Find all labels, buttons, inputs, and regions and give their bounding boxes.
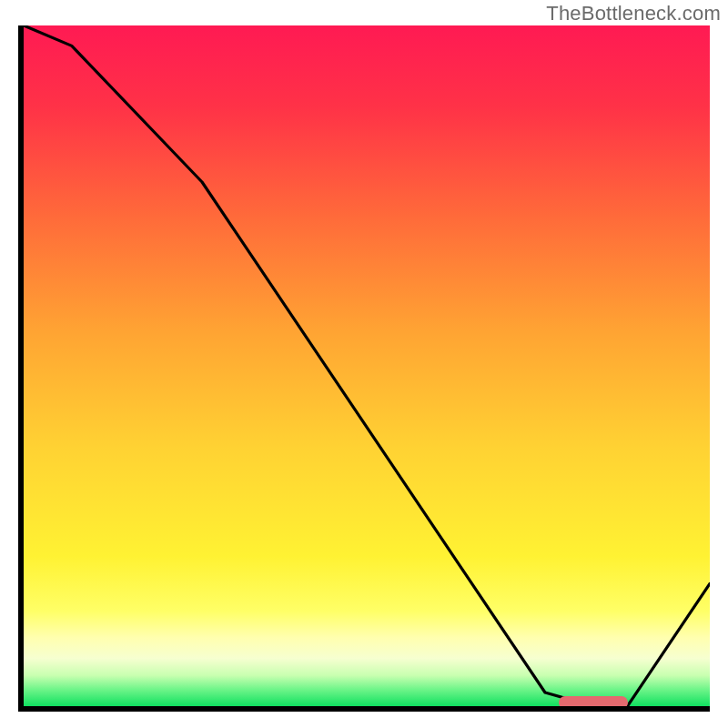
- bottleneck-curve: [24, 25, 710, 706]
- watermark-text: TheBottleneck.com: [546, 2, 721, 25]
- plot-area: [24, 25, 710, 706]
- plot-axes: [18, 25, 710, 712]
- optimal-range-marker: [559, 696, 627, 707]
- chart-container: TheBottleneck.com: [0, 0, 728, 728]
